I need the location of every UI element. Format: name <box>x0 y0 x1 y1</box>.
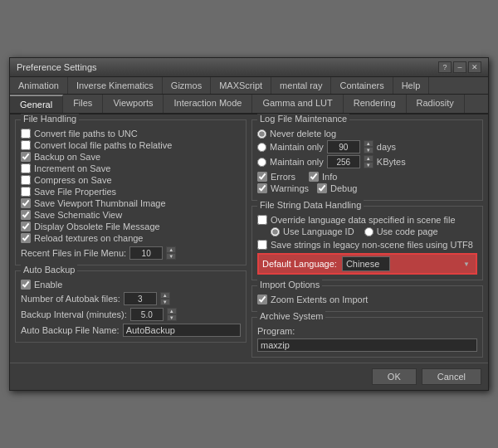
tab-inverse-kinematics[interactable]: Inverse Kinematics <box>68 77 163 94</box>
zoom-extents-checkbox[interactable] <box>257 295 267 304</box>
tab-containers[interactable]: Containers <box>331 77 393 94</box>
never-delete-radio[interactable] <box>257 129 266 139</box>
backup-filename-input[interactable] <box>123 324 241 337</box>
use-lang-id-radio[interactable] <box>271 227 280 236</box>
maintain-kbytes-label: Maintain only <box>270 157 324 167</box>
use-code-page-radio[interactable] <box>364 227 374 236</box>
convert-relative-checkbox[interactable] <box>21 140 31 150</box>
radio-maintain-days: Maintain only ▲ ▼ days <box>257 140 477 153</box>
recent-files-input[interactable] <box>129 246 163 260</box>
tab-interaction-mode[interactable]: Interaction Mode <box>164 95 252 113</box>
minimize-button[interactable]: – <box>453 61 466 73</box>
auto-backup-group: Auto Backup Enable Number of Autobak fil… <box>15 270 247 343</box>
archive-content: Program: <box>257 326 477 352</box>
recent-files-up[interactable]: ▲ <box>166 246 176 253</box>
tab-gizmos[interactable]: Gizmos <box>163 77 211 94</box>
log-file-title: Log File Maintenance <box>257 114 349 124</box>
tab-mental-ray[interactable]: mental ray <box>271 77 331 94</box>
warnings-label: Warnings <box>271 183 309 193</box>
num-files-input[interactable] <box>124 292 157 305</box>
tab-viewports[interactable]: Viewports <box>103 95 164 113</box>
cb-convert-relative: Convert local file paths to Relative <box>21 140 241 150</box>
debug-label: Debug <box>330 183 357 193</box>
save-strings-checkbox[interactable] <box>257 240 267 250</box>
cb-reload-textures: Reload textures on change <box>21 233 241 243</box>
title-bar: Preference Settings ? – ✕ <box>10 58 488 77</box>
cb-zoom-extents: Zoom Extents on Import <box>257 295 477 304</box>
maintain-kbytes-down[interactable]: ▼ <box>364 162 374 168</box>
reload-textures-label: Reload textures on change <box>34 233 143 243</box>
maintain-kbytes-input[interactable] <box>327 155 360 168</box>
viewport-thumbnail-checkbox[interactable] <box>21 198 31 208</box>
recent-files-down[interactable]: ▼ <box>166 253 176 260</box>
convert-unc-checkbox[interactable] <box>21 129 31 139</box>
enable-backup-label: Enable <box>34 280 62 290</box>
lang-dropdown[interactable]: Chinese English Japanese Korean German F… <box>342 256 390 271</box>
tab-maxscript[interactable]: MAXScript <box>211 77 271 94</box>
maintain-kbytes-up[interactable]: ▲ <box>364 155 374 162</box>
interval-down[interactable]: ▼ <box>167 314 177 321</box>
compress-save-checkbox[interactable] <box>21 175 31 185</box>
archive-program-label: Program: <box>257 326 295 336</box>
file-string-group: File String Data Handling Override langu… <box>251 206 483 280</box>
warnings-checkbox[interactable] <box>257 183 267 193</box>
cb-obsolete-message: Display Obsolete File Message <box>21 222 241 231</box>
backup-save-checkbox[interactable] <box>21 152 31 162</box>
file-handling-group: File Handling Convert file paths to UNC … <box>15 119 247 265</box>
top-tabs: Animation Inverse Kinematics Gizmos MAXS… <box>10 77 488 95</box>
interval-up[interactable]: ▲ <box>167 308 177 314</box>
interval-spin: ▲ ▼ <box>167 308 177 321</box>
log-file-content: Never delete log Maintain only ▲ ▼ days <box>257 129 477 195</box>
reload-textures-checkbox[interactable] <box>21 233 31 243</box>
tab-general[interactable]: General <box>10 95 63 113</box>
tab-gamma-lut[interactable]: Gamma and LUT <box>252 95 343 113</box>
num-files-spin: ▲ ▼ <box>160 292 170 305</box>
maintain-days-down[interactable]: ▼ <box>364 147 374 153</box>
right-panel: Log File Maintenance Never delete log Ma… <box>251 119 483 358</box>
num-files-down[interactable]: ▼ <box>160 299 170 305</box>
enable-backup-checkbox[interactable] <box>21 280 31 290</box>
file-handling-content: Convert file paths to UNC Convert local … <box>21 129 241 260</box>
cb-viewport-thumbnail: Save Viewport Thumbnail Image <box>21 198 241 208</box>
convert-relative-label: Convert local file paths to Relative <box>34 140 172 150</box>
interval-input[interactable] <box>130 308 164 321</box>
maintain-days-input[interactable] <box>327 140 360 153</box>
increment-save-checkbox[interactable] <box>21 163 31 173</box>
cb-override-lang: Override language data specified in scen… <box>257 215 477 225</box>
info-checkbox[interactable] <box>309 172 319 182</box>
interval-row: Backup Interval (minutes): ▲ ▼ <box>21 308 241 321</box>
maintain-days-spin: ▲ ▼ <box>364 140 374 153</box>
archive-program-input[interactable] <box>257 338 477 352</box>
sub-radio-group: Use Language ID Use code page <box>257 226 477 238</box>
cancel-button[interactable]: Cancel <box>422 368 481 385</box>
help-button[interactable]: ? <box>438 61 452 73</box>
schematic-view-label: Save Schematic View <box>34 210 122 220</box>
radio-use-code-page: Use code page <box>364 226 438 236</box>
obsolete-message-checkbox[interactable] <box>21 222 31 231</box>
tab-help[interactable]: Help <box>393 77 430 94</box>
tab-rendering[interactable]: Rendering <box>344 95 407 113</box>
override-lang-checkbox[interactable] <box>257 215 267 225</box>
kbytes-unit: KBytes <box>377 157 406 167</box>
num-files-label: Number of Autobak files: <box>21 294 120 304</box>
file-properties-checkbox[interactable] <box>21 187 31 197</box>
use-code-page-label: Use code page <box>377 226 438 236</box>
radio-maintain-kbytes: Maintain only ▲ ▼ KBytes <box>257 155 477 168</box>
maintain-kbytes-radio[interactable] <box>257 158 266 167</box>
cb-info: Info <box>309 172 337 182</box>
tab-animation[interactable]: Animation <box>10 77 68 94</box>
maintain-days-radio[interactable] <box>257 143 266 152</box>
info-label: Info <box>322 172 337 182</box>
maintain-days-up[interactable]: ▲ <box>364 140 374 147</box>
backup-save-label: Backup on Save <box>34 152 100 162</box>
num-files-up[interactable]: ▲ <box>160 292 170 299</box>
debug-checkbox[interactable] <box>317 183 327 193</box>
backup-filename-row: Auto Backup File Name: <box>21 324 241 337</box>
close-button[interactable]: ✕ <box>468 61 481 73</box>
tab-radiosity[interactable]: Radiosity <box>407 95 465 113</box>
tab-files[interactable]: Files <box>63 95 103 113</box>
ok-button[interactable]: OK <box>372 368 417 385</box>
errors-checkbox[interactable] <box>257 172 267 182</box>
cb-backup-save: Backup on Save <box>21 152 241 162</box>
schematic-view-checkbox[interactable] <box>21 210 31 220</box>
